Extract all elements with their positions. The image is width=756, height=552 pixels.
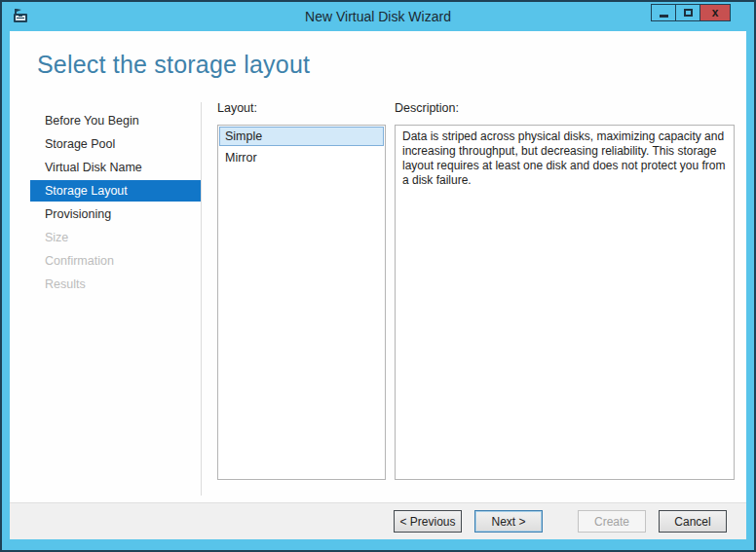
- sidebar-item-provisioning[interactable]: Provisioning: [10, 202, 201, 226]
- layout-option-mirror[interactable]: Mirror: [219, 148, 384, 167]
- footer-bar: < Previous Next > Create Cancel: [10, 502, 746, 539]
- wizard-content: Select the storage layout Before You Beg…: [10, 31, 746, 539]
- layout-label: Layout:: [217, 101, 386, 115]
- wizard-window: New Virtual Disk Wizard x Select the sto…: [0, 0, 756, 552]
- layout-listbox[interactable]: Simple Mirror: [217, 125, 386, 480]
- previous-button[interactable]: < Previous: [394, 510, 462, 533]
- sidebar-item-before-you-begin[interactable]: Before You Begin: [10, 109, 201, 132]
- sidebar-item-confirmation: Confirmation: [10, 249, 201, 273]
- sidebar-divider: [201, 102, 202, 496]
- minimize-icon: [660, 15, 668, 18]
- maximize-icon: [684, 9, 693, 17]
- sidebar-item-results: Results: [10, 273, 201, 296]
- page-title: Select the storage layout: [37, 51, 310, 79]
- sidebar-item-storage-layout[interactable]: Storage Layout: [30, 180, 201, 202]
- description-panel: Description: Data is striped across phys…: [395, 101, 735, 480]
- close-icon: x: [712, 7, 719, 18]
- maximize-button[interactable]: [675, 4, 700, 21]
- layout-option-simple[interactable]: Simple: [219, 127, 384, 146]
- create-button: Create: [578, 510, 646, 533]
- next-button[interactable]: Next >: [474, 510, 543, 533]
- sidebar-item-virtual-disk-name[interactable]: Virtual Disk Name: [10, 156, 201, 179]
- sidebar-item-size: Size: [10, 226, 201, 249]
- window-title: New Virtual Disk Wizard: [2, 2, 754, 31]
- window-controls: x: [652, 4, 731, 21]
- description-label: Description:: [395, 101, 735, 115]
- titlebar[interactable]: New Virtual Disk Wizard x: [2, 2, 754, 31]
- wizard-steps: Before You Begin Storage Pool Virtual Di…: [10, 109, 201, 296]
- cancel-button[interactable]: Cancel: [659, 510, 727, 533]
- close-button[interactable]: x: [699, 4, 731, 21]
- description-text: Data is striped across physical disks, m…: [395, 125, 735, 480]
- sidebar-item-storage-pool[interactable]: Storage Pool: [10, 132, 201, 156]
- layout-panel: Layout: Simple Mirror: [217, 101, 386, 480]
- minimize-button[interactable]: [651, 4, 676, 21]
